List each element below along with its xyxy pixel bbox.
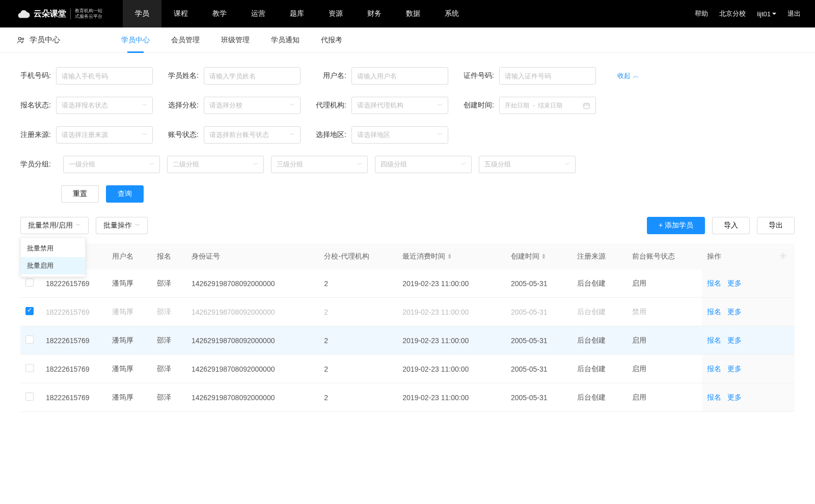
col-enroll: 报名 (152, 243, 186, 269)
enroll-status-label: 报名状态: (20, 101, 56, 110)
user-menu[interactable]: lijt01 (757, 10, 776, 18)
sort-icon: ▲▼ (447, 254, 452, 259)
acct-status-select[interactable]: 请选择前台账号状态﹀ (204, 126, 301, 144)
cell-username: 潘筠厚 (107, 298, 152, 326)
sub-nav: 学员中心 学员中心会员管理班级管理学员通知代报考 (0, 27, 815, 53)
enroll-link[interactable]: 报名 (707, 307, 721, 316)
cell-username: 潘筠厚 (107, 269, 152, 298)
sub-nav-item[interactable]: 学员通知 (271, 27, 300, 53)
create-time-label: 创建时间: (464, 101, 499, 110)
phone-input[interactable] (56, 67, 153, 85)
gear-icon[interactable] (779, 252, 787, 260)
branch-select[interactable]: 请选择分校﹀ (204, 97, 301, 114)
logo-subtitle: 教育机构一站式服务云平台 (70, 8, 102, 19)
main-nav-item[interactable]: 课程 (161, 0, 200, 27)
group1-select[interactable]: 一级分组﹀ (63, 156, 160, 173)
enroll-link[interactable]: 报名 (707, 365, 721, 373)
enroll-link[interactable]: 报名 (707, 279, 721, 287)
cell-create-time: 2005-05-31 (506, 269, 572, 298)
main-nav-item[interactable]: 系统 (432, 0, 471, 27)
batch-operation-dropdown[interactable]: 批量操作﹀ (96, 217, 148, 234)
cell-enroll: 邵泽 (152, 269, 186, 298)
sub-nav-item[interactable]: 学员中心 (121, 27, 150, 53)
cell-reg-source: 后台创建 (572, 326, 627, 355)
idno-input[interactable] (499, 67, 596, 85)
logout-link[interactable]: 退出 (787, 9, 801, 18)
cell-phone: 18222615769 (41, 355, 107, 383)
group3-select[interactable]: 三级分组﹀ (271, 156, 368, 173)
svg-point-1 (22, 38, 24, 40)
export-button[interactable]: 导出 (757, 217, 795, 234)
main-nav-item[interactable]: 资源 (316, 0, 355, 27)
enroll-link[interactable]: 报名 (707, 336, 721, 344)
reset-button[interactable]: 重置 (61, 185, 99, 203)
svg-rect-2 (584, 103, 589, 108)
sub-nav-item[interactable]: 代报考 (321, 27, 342, 53)
main-nav-item[interactable]: 题库 (278, 0, 316, 27)
main-nav-item[interactable]: 教学 (200, 0, 239, 27)
logo-text: 云朵课堂 (34, 9, 66, 19)
more-link[interactable]: 更多 (727, 307, 742, 316)
cell-acct-status: 启用 (627, 355, 702, 383)
cell-reg-source: 后台创建 (572, 355, 627, 383)
name-input[interactable] (204, 67, 301, 85)
chevron-down-icon: ﹀ (142, 102, 147, 109)
cell-acct-status: 启用 (627, 269, 702, 298)
caret-down-icon (772, 13, 776, 15)
import-button[interactable]: 导入 (712, 217, 750, 234)
col-idno: 身份证号 (186, 243, 319, 269)
row-checkbox[interactable] (25, 364, 34, 372)
main-nav-item[interactable]: 学员 (123, 0, 161, 27)
main-nav-item[interactable]: 财务 (355, 0, 394, 27)
add-student-button[interactable]: + 添加学员 (647, 217, 705, 234)
search-button[interactable]: 查询 (106, 185, 144, 203)
action-bar: 批量禁用/启用﹀ 批量操作﹀ 批量禁用 批量启用 + 添加学员 导入 导出 (0, 217, 815, 243)
cell-username: 潘筠厚 (107, 326, 152, 355)
group5-select[interactable]: 五级分组﹀ (479, 156, 576, 173)
more-link[interactable]: 更多 (727, 365, 742, 373)
batch-toggle-menu: 批量禁用 批量启用 (20, 237, 86, 277)
reg-source-select[interactable]: 请选择注册来源﹀ (56, 126, 153, 144)
enroll-status-select[interactable]: 请选择报名状态﹀ (56, 97, 153, 114)
row-checkbox[interactable] (25, 335, 34, 344)
main-nav-item[interactable]: 数据 (394, 0, 432, 27)
region-select[interactable]: 请选择地区﹀ (351, 126, 448, 144)
collapse-toggle[interactable]: 收起︿ (617, 67, 639, 85)
group4-select[interactable]: 四级分组﹀ (375, 156, 472, 173)
right-nav: 帮助 北京分校 lijt01 退出 (695, 9, 815, 18)
group2-select[interactable]: 二级分组﹀ (167, 156, 264, 173)
cell-operations: 报名更多 (702, 326, 774, 355)
batch-disable-item[interactable]: 批量禁用 (21, 240, 85, 257)
batch-enable-item[interactable]: 批量启用 (21, 257, 85, 274)
col-branch: 分校-代理机构 (319, 243, 397, 269)
cell-branch: 2 (319, 355, 397, 383)
row-checkbox[interactable] (25, 307, 34, 315)
branch-link[interactable]: 北京分校 (719, 9, 746, 18)
sub-nav-item[interactable]: 会员管理 (171, 27, 200, 53)
username-input[interactable] (351, 67, 448, 85)
sub-nav-item[interactable]: 班级管理 (221, 27, 250, 53)
more-link[interactable]: 更多 (727, 336, 742, 344)
agent-select[interactable]: 请选择代理机构﹀ (351, 97, 448, 114)
batch-toggle-dropdown[interactable]: 批量禁用/启用﹀ (20, 217, 89, 234)
main-nav-item[interactable]: 运营 (239, 0, 278, 27)
row-checkbox[interactable] (25, 278, 34, 287)
col-last-consume[interactable]: 最近消费时间▲▼ (397, 243, 506, 269)
row-checkbox[interactable] (25, 393, 34, 401)
cell-create-time: 2005-05-31 (506, 355, 572, 383)
agent-label: 代理机构: (316, 101, 351, 110)
filter-form: 手机号码: 学员姓名: 用户名: 证件号码: 收起︿ 报名状态:请选择报名状态﹀… (0, 53, 815, 203)
create-time-range[interactable]: 开始日期 - 结束日期 (499, 97, 596, 114)
cell-phone: 18222615769 (41, 298, 107, 326)
cell-username: 潘筠厚 (107, 383, 152, 412)
more-link[interactable]: 更多 (727, 279, 742, 287)
col-create-time[interactable]: 创建时间▲▼ (506, 243, 572, 269)
enroll-link[interactable]: 报名 (707, 393, 721, 401)
col-acct-status: 前台账号状态 (627, 243, 702, 269)
more-link[interactable]: 更多 (727, 393, 742, 401)
cell-last-consume: 2019-02-23 11:00:00 (397, 269, 506, 298)
help-link[interactable]: 帮助 (695, 9, 708, 18)
table-container: 用户名 报名 身份证号 分校-代理机构 最近消费时间▲▼ 创建时间▲▼ 注册来源… (0, 243, 815, 412)
cell-last-consume: 2019-02-23 11:00:00 (397, 383, 506, 412)
cell-idno: 142629198708092000000 (186, 383, 319, 412)
